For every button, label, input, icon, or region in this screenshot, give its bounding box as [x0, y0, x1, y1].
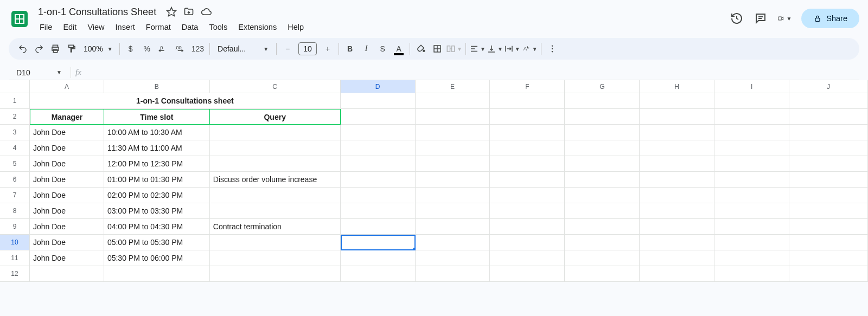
cell[interactable]: John Doe — [30, 172, 104, 188]
cell[interactable] — [490, 156, 565, 172]
col-header[interactable]: G — [565, 80, 640, 93]
cell[interactable] — [416, 203, 490, 219]
text-color-button[interactable]: A — [391, 41, 406, 56]
redo-button[interactable] — [31, 41, 47, 56]
cell[interactable]: 12:00 PM to 12:30 PM — [104, 156, 210, 172]
cell[interactable] — [416, 235, 490, 250]
row-header[interactable]: 8 — [0, 203, 30, 219]
cell[interactable]: John Doe — [30, 250, 104, 266]
zoom-select[interactable]: 100%▼ — [80, 44, 116, 53]
menu-extensions[interactable]: Extensions — [233, 21, 282, 34]
row-header[interactable]: 12 — [0, 266, 30, 282]
cell[interactable] — [789, 125, 868, 140]
undo-button[interactable] — [15, 41, 30, 56]
cell[interactable] — [789, 188, 868, 203]
cell[interactable] — [640, 203, 714, 219]
menu-tools[interactable]: Tools — [204, 21, 232, 34]
cell[interactable]: Discuss order volume increase — [210, 172, 341, 188]
cell[interactable] — [789, 203, 868, 219]
cell[interactable] — [640, 172, 714, 188]
cell[interactable]: Contract termination — [210, 219, 341, 235]
meet-icon[interactable]: ▼ — [777, 11, 792, 25]
cell[interactable] — [789, 266, 868, 282]
cell[interactable]: John Doe — [30, 140, 104, 156]
cell[interactable] — [714, 219, 789, 235]
cell[interactable] — [341, 156, 416, 172]
cell[interactable] — [341, 250, 416, 266]
col-header[interactable]: E — [416, 80, 490, 93]
cell[interactable]: 1-on-1 Consultations sheet — [30, 93, 341, 109]
cell[interactable] — [490, 235, 565, 250]
cell[interactable]: Time slot — [104, 109, 210, 125]
row-header[interactable]: 7 — [0, 188, 30, 203]
cell[interactable] — [490, 203, 565, 219]
menu-data[interactable]: Data — [177, 21, 203, 34]
cell[interactable] — [640, 125, 714, 140]
cell[interactable] — [640, 109, 714, 125]
cell[interactable] — [490, 109, 565, 125]
cell[interactable] — [210, 203, 341, 219]
cell[interactable] — [640, 266, 714, 282]
cell[interactable] — [789, 219, 868, 235]
cell[interactable] — [714, 125, 789, 140]
cell[interactable]: John Doe — [30, 156, 104, 172]
cell[interactable] — [30, 266, 104, 282]
cell[interactable] — [714, 188, 789, 203]
cell[interactable] — [341, 109, 416, 125]
sheets-logo[interactable] — [9, 4, 30, 34]
cloud-status-icon[interactable] — [201, 7, 212, 17]
cell[interactable] — [565, 235, 640, 250]
select-all-corner[interactable] — [0, 80, 30, 93]
cell[interactable] — [714, 250, 789, 266]
cell[interactable] — [640, 140, 714, 156]
col-header[interactable]: C — [210, 80, 341, 93]
active-cell[interactable] — [341, 235, 416, 250]
merge-cells-button[interactable]: ▼ — [446, 44, 462, 54]
row-header[interactable]: 11 — [0, 250, 30, 266]
print-button[interactable] — [48, 41, 63, 56]
cell[interactable] — [565, 172, 640, 188]
increase-font-button[interactable]: + — [320, 41, 335, 56]
cell[interactable] — [640, 250, 714, 266]
more-toolbar-button[interactable] — [545, 41, 560, 56]
cell[interactable]: Manager — [30, 109, 104, 125]
cell[interactable]: 05:30 PM to 06:00 PM — [104, 250, 210, 266]
row-header[interactable]: 3 — [0, 125, 30, 140]
wrap-button[interactable]: ▼ — [504, 44, 520, 54]
cell[interactable] — [341, 266, 416, 282]
row-header[interactable]: 6 — [0, 172, 30, 188]
col-header[interactable]: F — [490, 80, 565, 93]
cell[interactable] — [640, 188, 714, 203]
cell[interactable] — [565, 188, 640, 203]
cell[interactable] — [714, 156, 789, 172]
star-icon[interactable] — [166, 7, 177, 17]
row-header[interactable]: 9 — [0, 219, 30, 235]
menu-help[interactable]: Help — [283, 21, 309, 34]
format-percent-button[interactable]: % — [139, 41, 155, 56]
strikethrough-button[interactable]: S — [375, 41, 390, 56]
cell[interactable] — [416, 125, 490, 140]
cell[interactable] — [640, 156, 714, 172]
cell[interactable] — [490, 250, 565, 266]
col-header[interactable]: I — [714, 80, 789, 93]
cell[interactable] — [714, 235, 789, 250]
cell[interactable] — [789, 109, 868, 125]
cell[interactable] — [210, 235, 341, 250]
fill-color-button[interactable] — [413, 41, 429, 56]
cell[interactable] — [565, 203, 640, 219]
cell[interactable]: Query — [210, 109, 341, 125]
number-format-button[interactable]: 123 — [189, 41, 206, 56]
cell[interactable]: John Doe — [30, 188, 104, 203]
cell[interactable]: 01:00 PM to 01:30 PM — [104, 172, 210, 188]
row-header[interactable]: 5 — [0, 156, 30, 172]
cell[interactable] — [565, 140, 640, 156]
cell[interactable] — [714, 266, 789, 282]
cell[interactable] — [714, 109, 789, 125]
cell[interactable] — [490, 172, 565, 188]
cell[interactable] — [416, 266, 490, 282]
history-icon[interactable] — [730, 11, 744, 25]
row-header[interactable]: 1 — [0, 93, 30, 109]
cell[interactable] — [104, 266, 210, 282]
move-icon[interactable] — [183, 7, 194, 17]
col-header[interactable]: B — [104, 80, 210, 93]
